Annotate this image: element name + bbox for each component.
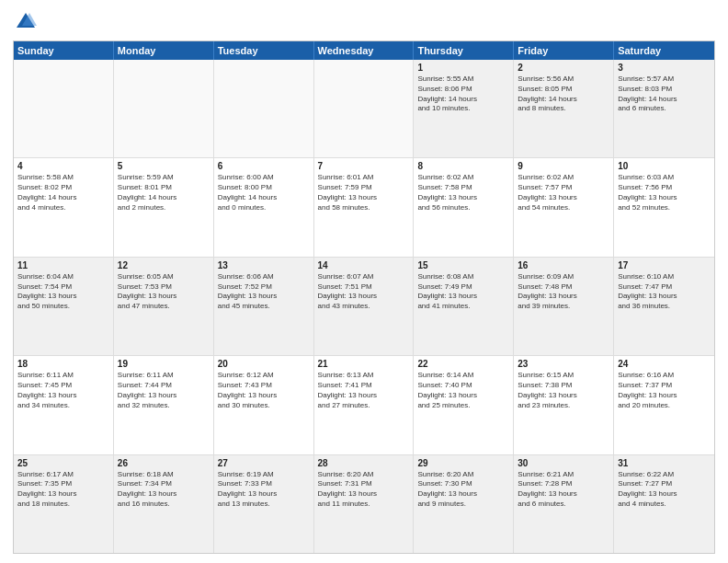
cell-info: Sunrise: 6:20 AMSunset: 7:31 PMDaylight:… [318, 470, 410, 510]
cell-info: Sunrise: 5:59 AMSunset: 8:01 PMDaylight:… [118, 173, 210, 213]
day-number: 20 [218, 359, 310, 369]
day-number: 1 [417, 63, 509, 73]
cal-cell-17: 17Sunrise: 6:10 AMSunset: 7:47 PMDayligh… [614, 258, 714, 355]
header-day-sunday: Sunday [14, 41, 114, 60]
cal-cell-12: 12Sunrise: 6:05 AMSunset: 7:53 PMDayligh… [114, 258, 214, 355]
cell-info: Sunrise: 6:11 AMSunset: 7:45 PMDaylight:… [17, 371, 109, 410]
day-number: 23 [518, 359, 609, 369]
day-number: 7 [318, 161, 410, 171]
cell-info: Sunrise: 6:05 AMSunset: 7:53 PMDaylight:… [118, 272, 210, 312]
cell-info: Sunrise: 6:07 AMSunset: 7:51 PMDaylight:… [318, 272, 410, 312]
calendar-body: 1Sunrise: 5:55 AMSunset: 8:06 PMDaylight… [14, 60, 714, 553]
cal-cell-18: 18Sunrise: 6:11 AMSunset: 7:45 PMDayligh… [14, 356, 114, 454]
cell-info: Sunrise: 6:03 AMSunset: 7:56 PMDaylight:… [618, 173, 711, 213]
cal-cell-26: 26Sunrise: 6:18 AMSunset: 7:34 PMDayligh… [114, 455, 214, 553]
week-row-1: 1Sunrise: 5:55 AMSunset: 8:06 PMDaylight… [14, 60, 714, 158]
day-number: 6 [218, 161, 310, 171]
cell-info: Sunrise: 6:08 AMSunset: 7:49 PMDaylight:… [417, 272, 509, 312]
day-number: 10 [618, 161, 711, 171]
cell-info: Sunrise: 6:17 AMSunset: 7:35 PMDaylight:… [17, 470, 109, 510]
cell-info: Sunrise: 6:02 AMSunset: 7:58 PMDaylight:… [417, 173, 509, 213]
cal-cell-empty-1 [114, 60, 214, 157]
day-number: 4 [17, 161, 109, 171]
cal-cell-empty-2 [214, 60, 314, 157]
cal-cell-29: 29Sunrise: 6:20 AMSunset: 7:30 PMDayligh… [414, 455, 514, 553]
day-number: 11 [17, 260, 109, 270]
cell-info: Sunrise: 6:21 AMSunset: 7:28 PMDaylight:… [518, 470, 609, 510]
header-day-wednesday: Wednesday [314, 41, 415, 60]
header-day-tuesday: Tuesday [214, 41, 314, 60]
week-row-5: 25Sunrise: 6:17 AMSunset: 7:35 PMDayligh… [14, 455, 714, 553]
day-number: 8 [417, 161, 509, 171]
day-number: 17 [618, 260, 711, 270]
day-number: 25 [17, 458, 109, 468]
cal-cell-22: 22Sunrise: 6:14 AMSunset: 7:40 PMDayligh… [414, 356, 514, 454]
page: SundayMondayTuesdayWednesdayThursdayFrid… [0, 0, 728, 563]
cell-info: Sunrise: 6:13 AMSunset: 7:41 PMDaylight:… [318, 371, 410, 410]
cell-info: Sunrise: 5:57 AMSunset: 8:03 PMDaylight:… [618, 75, 711, 114]
day-number: 14 [318, 260, 410, 270]
cal-cell-15: 15Sunrise: 6:08 AMSunset: 7:49 PMDayligh… [414, 258, 514, 355]
cell-info: Sunrise: 6:18 AMSunset: 7:34 PMDaylight:… [118, 470, 210, 510]
day-number: 12 [118, 260, 210, 270]
day-number: 15 [417, 260, 509, 270]
cell-info: Sunrise: 6:14 AMSunset: 7:40 PMDaylight:… [417, 371, 509, 410]
day-number: 21 [318, 359, 410, 369]
logo [13, 9, 42, 35]
day-number: 3 [618, 63, 711, 73]
cal-cell-7: 7Sunrise: 6:01 AMSunset: 7:59 PMDaylight… [314, 158, 415, 256]
cell-info: Sunrise: 6:19 AMSunset: 7:33 PMDaylight:… [218, 470, 310, 510]
cell-info: Sunrise: 6:10 AMSunset: 7:47 PMDaylight:… [618, 272, 711, 312]
cell-info: Sunrise: 6:16 AMSunset: 7:37 PMDaylight:… [618, 371, 711, 410]
cell-info: Sunrise: 6:11 AMSunset: 7:44 PMDaylight:… [118, 371, 210, 410]
day-number: 27 [218, 458, 310, 468]
week-row-2: 4Sunrise: 5:58 AMSunset: 8:02 PMDaylight… [14, 158, 714, 257]
cal-cell-1: 1Sunrise: 5:55 AMSunset: 8:06 PMDaylight… [414, 60, 514, 157]
day-number: 16 [518, 260, 609, 270]
day-number: 18 [17, 359, 109, 369]
header-day-friday: Friday [514, 41, 614, 60]
cal-cell-30: 30Sunrise: 6:21 AMSunset: 7:28 PMDayligh… [514, 455, 614, 553]
cell-info: Sunrise: 6:06 AMSunset: 7:52 PMDaylight:… [218, 272, 310, 312]
cal-cell-24: 24Sunrise: 6:16 AMSunset: 7:37 PMDayligh… [614, 356, 714, 454]
cell-info: Sunrise: 6:00 AMSunset: 8:00 PMDaylight:… [218, 173, 310, 213]
cal-cell-9: 9Sunrise: 6:02 AMSunset: 7:57 PMDaylight… [514, 158, 614, 256]
week-row-4: 18Sunrise: 6:11 AMSunset: 7:45 PMDayligh… [14, 356, 714, 454]
cal-cell-8: 8Sunrise: 6:02 AMSunset: 7:58 PMDaylight… [414, 158, 514, 256]
cell-info: Sunrise: 6:22 AMSunset: 7:27 PMDaylight:… [618, 470, 711, 510]
cell-info: Sunrise: 6:20 AMSunset: 7:30 PMDaylight:… [417, 470, 509, 510]
cell-info: Sunrise: 5:56 AMSunset: 8:05 PMDaylight:… [518, 75, 609, 114]
cal-cell-23: 23Sunrise: 6:15 AMSunset: 7:38 PMDayligh… [514, 356, 614, 454]
cell-info: Sunrise: 5:55 AMSunset: 8:06 PMDaylight:… [417, 75, 509, 114]
cal-cell-31: 31Sunrise: 6:22 AMSunset: 7:27 PMDayligh… [614, 455, 714, 553]
cal-cell-11: 11Sunrise: 6:04 AMSunset: 7:54 PMDayligh… [14, 258, 114, 355]
cal-cell-27: 27Sunrise: 6:19 AMSunset: 7:33 PMDayligh… [214, 455, 314, 553]
day-number: 9 [518, 161, 609, 171]
cal-cell-2: 2Sunrise: 5:56 AMSunset: 8:05 PMDaylight… [514, 60, 614, 157]
cell-info: Sunrise: 5:58 AMSunset: 8:02 PMDaylight:… [17, 173, 109, 213]
day-number: 29 [417, 458, 509, 468]
day-number: 13 [218, 260, 310, 270]
cal-cell-4: 4Sunrise: 5:58 AMSunset: 8:02 PMDaylight… [14, 158, 114, 256]
cell-info: Sunrise: 6:02 AMSunset: 7:57 PMDaylight:… [518, 173, 609, 213]
day-number: 19 [118, 359, 210, 369]
day-number: 28 [318, 458, 410, 468]
cal-cell-empty-3 [314, 60, 415, 157]
cal-cell-25: 25Sunrise: 6:17 AMSunset: 7:35 PMDayligh… [14, 455, 114, 553]
logo-icon [13, 9, 39, 35]
cal-cell-10: 10Sunrise: 6:03 AMSunset: 7:56 PMDayligh… [614, 158, 714, 256]
cal-cell-13: 13Sunrise: 6:06 AMSunset: 7:52 PMDayligh… [214, 258, 314, 355]
cell-info: Sunrise: 6:09 AMSunset: 7:48 PMDaylight:… [518, 272, 609, 312]
day-number: 5 [118, 161, 210, 171]
cal-cell-28: 28Sunrise: 6:20 AMSunset: 7:31 PMDayligh… [314, 455, 415, 553]
day-number: 26 [118, 458, 210, 468]
day-number: 22 [417, 359, 509, 369]
cell-info: Sunrise: 6:15 AMSunset: 7:38 PMDaylight:… [518, 371, 609, 410]
header-day-monday: Monday [114, 41, 214, 60]
cal-cell-empty-0 [14, 60, 114, 157]
calendar-header: SundayMondayTuesdayWednesdayThursdayFrid… [14, 41, 714, 60]
cal-cell-16: 16Sunrise: 6:09 AMSunset: 7:48 PMDayligh… [514, 258, 614, 355]
cell-info: Sunrise: 6:01 AMSunset: 7:59 PMDaylight:… [318, 173, 410, 213]
header-day-saturday: Saturday [614, 41, 714, 60]
cal-cell-21: 21Sunrise: 6:13 AMSunset: 7:41 PMDayligh… [314, 356, 415, 454]
